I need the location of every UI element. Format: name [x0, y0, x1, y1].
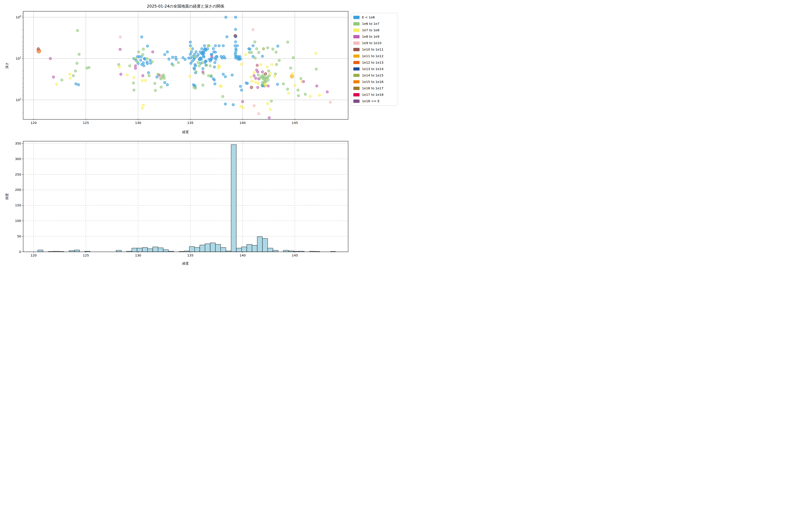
hist-bar	[210, 243, 215, 252]
scatter-point	[160, 86, 162, 88]
scatter-point	[76, 29, 79, 32]
scatter-point	[258, 112, 260, 115]
scatter-point	[250, 86, 253, 89]
x-tick-label: 135	[187, 121, 193, 125]
scatter-point	[254, 57, 256, 59]
legend-item-label: 1e10 to 1e11	[362, 48, 383, 51]
scatter-point	[209, 64, 211, 67]
hist-bar	[142, 247, 148, 252]
legend-item-label: 1e9 to 1e10	[362, 41, 381, 45]
scatter-point	[136, 60, 138, 63]
x-tick-label: 145	[292, 253, 298, 257]
scatter-point	[212, 48, 214, 50]
scatter-point	[214, 51, 216, 53]
hist-spines	[23, 141, 348, 252]
legend: E < 1e61e6 to 1e71e7 to 1e81e8 to 1e91e9…	[351, 13, 398, 106]
scatter-point	[190, 57, 192, 59]
scatter-point	[255, 48, 258, 50]
scatter-point	[78, 53, 80, 56]
scatter-point	[168, 58, 170, 60]
scatter-point	[261, 85, 264, 87]
hist-bar	[69, 250, 75, 252]
scatter-point	[234, 41, 237, 43]
legend-item-label: 1e15 to 1e16	[362, 80, 383, 83]
scatter-point	[287, 92, 290, 94]
y-tick-label: 102	[16, 98, 21, 102]
scatter-point	[76, 62, 78, 64]
scatter-point	[69, 73, 71, 76]
scatter-point	[52, 76, 55, 78]
scatter-point	[120, 73, 122, 76]
x-tick-label: 145	[292, 121, 298, 125]
scatter-point	[37, 49, 41, 53]
legend-item-5: 1e10 to 1e11	[353, 47, 396, 52]
scatter-point	[214, 44, 216, 47]
hist-bar	[163, 250, 169, 252]
scatter-point	[190, 51, 193, 53]
scatter-point	[197, 61, 200, 64]
scatter-point	[234, 34, 237, 37]
scatter-point	[270, 100, 273, 102]
scatter-point	[195, 51, 197, 53]
scatter-point	[201, 61, 204, 64]
hist-bar	[205, 244, 210, 252]
scatter-point	[225, 16, 227, 18]
scatter-point	[256, 71, 259, 73]
hist-bar	[200, 245, 205, 252]
scatter-point	[147, 71, 150, 74]
scatter-point	[49, 57, 52, 60]
scatter-point	[266, 46, 269, 49]
hist-bar	[263, 239, 268, 252]
scatter-point	[300, 77, 302, 80]
scatter-point	[203, 55, 205, 58]
scatter-point	[242, 107, 244, 109]
scatter-point	[273, 75, 276, 78]
scatter-yaxis-label: 深さ	[5, 62, 8, 69]
scatter-point	[286, 88, 289, 91]
scatter-point	[264, 73, 267, 75]
scatter-point	[202, 71, 204, 73]
scatter-point	[129, 64, 131, 67]
scatter-point	[126, 74, 128, 76]
hist-bar	[231, 145, 236, 252]
scatter-point	[291, 72, 294, 75]
scatter-point	[164, 53, 166, 56]
hist-bar	[189, 247, 195, 252]
scatter-point	[254, 81, 257, 83]
scatter-point	[140, 55, 142, 58]
legend-swatch-icon	[353, 22, 360, 25]
x-tick-label: 140	[240, 253, 246, 257]
legend-item-13: 1e18 <= E	[353, 99, 396, 103]
legend-item-label: 1e17 to 1e18	[362, 93, 383, 96]
scatter-point	[253, 104, 255, 107]
scatter-point	[266, 102, 269, 105]
y-tick-label: 200	[15, 188, 21, 191]
scatter-point	[156, 76, 158, 78]
hist-yaxis-label: 頻度	[5, 193, 8, 200]
scatter-point	[151, 60, 153, 63]
scatter-point	[302, 80, 305, 83]
hist-bar	[252, 245, 258, 252]
y-tick-label: 250	[15, 173, 21, 176]
scatter-point	[257, 82, 260, 85]
scatter-point	[69, 77, 71, 80]
scatter-point	[275, 63, 278, 65]
scatter-point	[77, 83, 80, 86]
legend-item-10: 1e15 to 1e16	[353, 80, 396, 84]
hist-bar	[283, 250, 289, 252]
scatter-point	[278, 59, 280, 62]
scatter-point	[205, 49, 207, 52]
scatter-point	[119, 36, 121, 38]
y-tick-label: 0	[19, 250, 21, 253]
scatter-point	[282, 83, 285, 85]
scatter-point	[182, 56, 184, 59]
scatter-point	[316, 85, 318, 87]
scatter-point	[268, 70, 270, 72]
legend-swatch-icon	[353, 48, 360, 51]
histogram-plot: 120125130135140145050100150200250300350	[15, 141, 348, 257]
hist-bar	[153, 247, 158, 252]
legend-swatch-icon	[353, 74, 360, 77]
legend-item-label: 1e16 to 1e17	[362, 87, 383, 90]
legend-swatch-icon	[353, 87, 360, 90]
scatter-point	[267, 79, 269, 81]
